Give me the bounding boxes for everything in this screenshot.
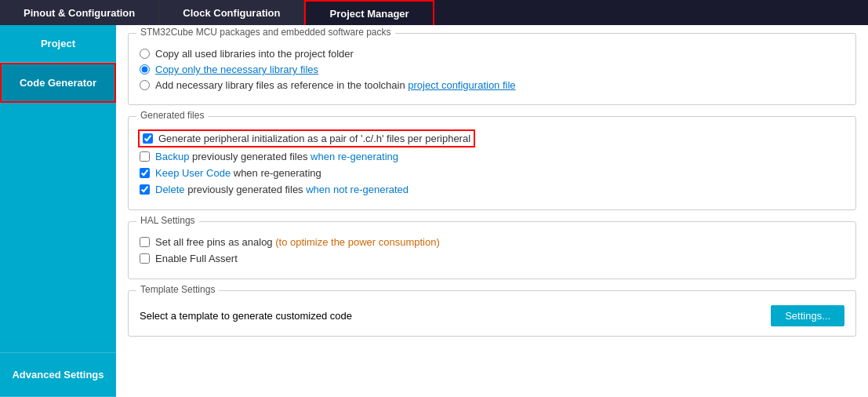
mcu-section-title: STM32Cube MCU packages and embedded soft… bbox=[136, 27, 395, 38]
cb-full-assert-input[interactable] bbox=[140, 253, 150, 264]
mcu-packages-section: STM32Cube MCU packages and embedded soft… bbox=[128, 33, 856, 105]
radio-copy-all-input[interactable] bbox=[140, 49, 150, 59]
sidebar-item-code-generator[interactable]: Code Generator bbox=[0, 63, 116, 103]
radio-copy-all[interactable]: Copy all used libraries into the project… bbox=[140, 48, 844, 60]
hal-settings-title: HAL Settings bbox=[136, 215, 199, 226]
radio-add-reference[interactable]: Add necessary library files as reference… bbox=[140, 79, 844, 91]
cb-free-pins[interactable]: Set all free pins as analog (to optimize… bbox=[140, 236, 844, 248]
sidebar-item-project[interactable]: Project bbox=[0, 25, 116, 63]
cb-full-assert[interactable]: Enable Full Assert bbox=[140, 253, 844, 264]
radio-add-reference-input[interactable] bbox=[140, 80, 150, 90]
radio-copy-necessary-input[interactable] bbox=[140, 64, 150, 75]
settings-button[interactable]: Settings... bbox=[771, 305, 844, 326]
main-layout: Project Code Generator Advanced Settings… bbox=[0, 25, 868, 397]
cb-backup-input[interactable] bbox=[140, 151, 150, 162]
hal-settings-section: HAL Settings Set all free pins as analog… bbox=[128, 221, 856, 279]
cb-keep-user-code-input[interactable] bbox=[140, 168, 150, 178]
cb-delete-generated[interactable]: Delete previously generated files when n… bbox=[140, 184, 844, 195]
cb-peripheral-init[interactable]: Generate peripheral initialization as a … bbox=[140, 131, 844, 146]
top-tab-bar: Pinout & Configuration Clock Configurati… bbox=[0, 0, 868, 25]
generated-files-title: Generated files bbox=[136, 110, 208, 121]
radio-copy-necessary[interactable]: Copy only the necessary library files bbox=[140, 64, 844, 75]
tab-project-manager[interactable]: Project Manager bbox=[304, 0, 434, 25]
generated-files-section: Generated files Generate peripheral init… bbox=[128, 116, 856, 210]
template-label: Select a template to generate customized… bbox=[140, 310, 352, 322]
sidebar-item-advanced-settings[interactable]: Advanced Settings bbox=[0, 352, 116, 397]
template-settings-title: Template Settings bbox=[136, 284, 219, 295]
cb-peripheral-init-highlight: Generate peripheral initialization as a … bbox=[140, 131, 474, 146]
content-area: STM32Cube MCU packages and embedded soft… bbox=[116, 25, 868, 397]
cb-delete-generated-input[interactable] bbox=[140, 184, 150, 195]
cb-peripheral-init-input[interactable] bbox=[143, 133, 153, 144]
template-settings-section: Template Settings Select a template to g… bbox=[128, 290, 856, 337]
sidebar: Project Code Generator Advanced Settings bbox=[0, 25, 116, 397]
sidebar-spacer bbox=[0, 103, 116, 352]
cb-backup[interactable]: Backup previously generated files when r… bbox=[140, 151, 844, 162]
cb-free-pins-input[interactable] bbox=[140, 237, 150, 247]
tab-clock-configuration[interactable]: Clock Configuration bbox=[159, 0, 304, 25]
tab-pinout-configuration[interactable]: Pinout & Configuration bbox=[0, 0, 159, 25]
cb-keep-user-code[interactable]: Keep User Code when re-generating bbox=[140, 167, 844, 179]
